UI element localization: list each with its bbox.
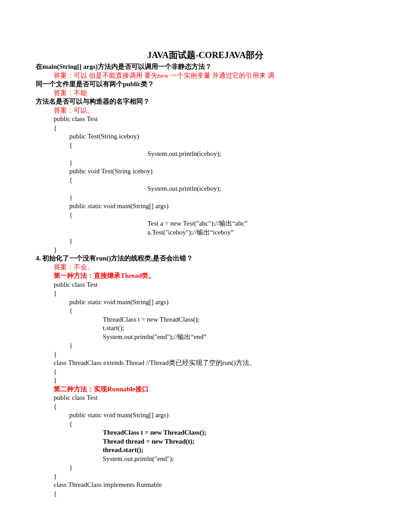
question-4: 4. 初始化了一个没有run()方法的线程类,是否会出错？	[36, 254, 375, 263]
code-3-line: }	[36, 246, 375, 255]
code-4b-line: {	[36, 420, 375, 429]
code-4a-line: }	[36, 376, 375, 385]
question-2: 同一个文件里是否可以有两个public类？	[36, 80, 375, 89]
code-3-line: {	[36, 176, 375, 185]
method-4a-title: 第一种方法：直接继承Thread类。	[36, 272, 375, 281]
code-4a-line: {	[36, 368, 375, 377]
code-3-line: System.out.println(iceboy);	[36, 184, 375, 193]
code-4b-line: }	[36, 463, 375, 472]
code-4a-line: class ThreadClass extends Thread //Threa…	[36, 359, 375, 368]
code-4b-line: Thread thread = new Thread(t);	[36, 437, 375, 446]
code-4b-line: public class Test	[36, 394, 375, 402]
answer-4: 答案：不会。	[36, 263, 375, 272]
code-4b-line: class ThreadClass implements Runnable	[36, 481, 375, 490]
code-3-line: }	[36, 193, 375, 202]
code-4b-line: ThreadClass t = new ThreadClass();	[36, 428, 375, 437]
code-3-line: public static void main(String[] args)	[36, 202, 375, 211]
code-4a-line: }	[36, 350, 375, 359]
code-3-line: System.out.println(iceboy);	[36, 150, 375, 159]
code-3-line: }	[36, 237, 375, 246]
document-page: JAVA面试题-COREJAVA部分 在main(String[] args)方…	[0, 0, 411, 516]
code-3-line: public void Test(String iceboy)	[36, 167, 375, 176]
code-4b-line: {	[36, 402, 375, 411]
answer-2: 答案：不能	[36, 89, 375, 98]
code-3-line: a.Test("iceboy");//输出“iceboy”	[36, 228, 375, 237]
code-4a-line: {	[36, 289, 375, 298]
question-1: 在main(String[] args)方法内是否可以调用一个非静态方法？	[36, 63, 375, 71]
code-4a-line: }	[36, 341, 375, 350]
code-4a-line: {	[36, 306, 375, 315]
code-3-line: public Test(String iceboy)	[36, 132, 375, 141]
code-4b-line: public static void main(String[] args)	[36, 411, 375, 420]
code-3-line: {	[36, 141, 375, 150]
question-3: 方法名是否可以与构造器的名字相同？	[36, 97, 375, 106]
code-3-line: {	[36, 124, 375, 133]
code-4a-line: public static void main(String[] args)	[36, 298, 375, 307]
code-4b-line: thread.start();	[36, 446, 375, 455]
answer-1: 答案：可以 但是不能直接调用 要先new 一个实例变量 并通过它的引用来 调	[36, 71, 375, 80]
code-4b-line: {	[36, 490, 375, 498]
code-4a-line: public class Test	[36, 281, 375, 289]
code-3-line: {	[36, 211, 375, 220]
method-4b-title: 第二种方法：实现Runnable接口	[36, 385, 375, 394]
answer-3: 答案：可以。	[36, 106, 375, 115]
code-3-line: public class Test	[36, 115, 375, 124]
code-4a-line: t.start();	[36, 324, 375, 333]
code-4a-line: System.out.println("end");//输出“end”	[36, 333, 375, 342]
code-4a-line: ThreadClass t = new ThreadClass();	[36, 315, 375, 324]
code-4b-line: System.out.println("end");	[36, 455, 375, 464]
document-title: JAVA面试题-COREJAVA部分	[36, 49, 375, 61]
code-4b-line: }	[36, 472, 375, 481]
code-3-line: Test a = new Test("abc");//输出“abc”	[36, 219, 375, 228]
code-3-line: }	[36, 159, 375, 168]
